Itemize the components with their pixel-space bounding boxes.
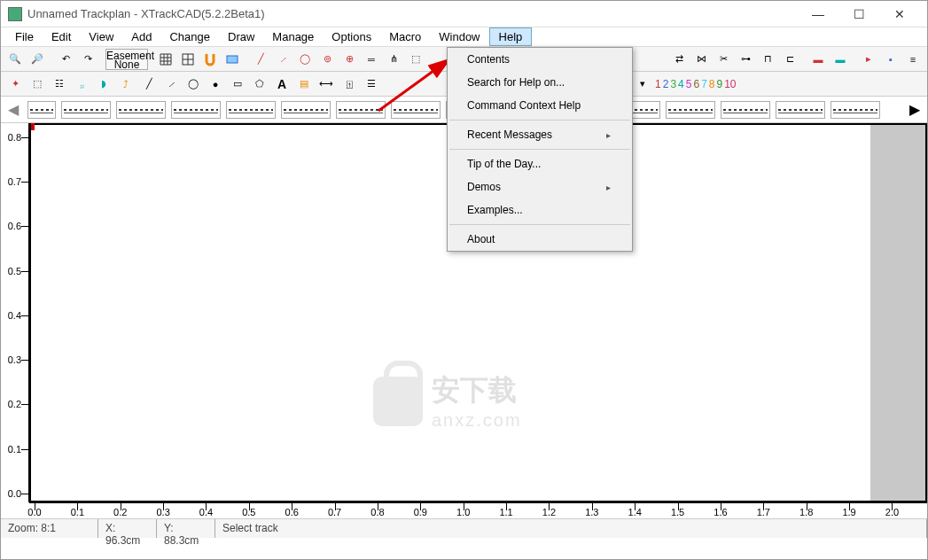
off-canvas-area xyxy=(870,125,925,501)
help-menu-command-context-help[interactable]: Command Context Help xyxy=(448,94,632,117)
draw-polygon-icon[interactable]: ⬠ xyxy=(249,74,270,95)
turntable-icon[interactable]: ⊕ xyxy=(339,49,360,70)
layers-icon[interactable]: ≡ xyxy=(902,49,924,70)
help-menu-tip-of-the-day-[interactable]: Tip of the Day... xyxy=(448,152,632,175)
hotbar-item[interactable] xyxy=(666,101,715,119)
layer-button-5[interactable]: 5 xyxy=(686,78,692,90)
run-trains-icon[interactable]: ▸ xyxy=(858,49,879,70)
hotbar-item[interactable] xyxy=(61,101,111,119)
protractor-icon[interactable]: ◗ xyxy=(93,74,114,95)
help-menu-demos[interactable]: Demos▸ xyxy=(448,175,632,198)
dimension-icon[interactable]: ⟷ xyxy=(316,74,337,95)
join-icon[interactable]: ⋈ xyxy=(690,49,712,70)
menu-macro[interactable]: Macro xyxy=(380,27,430,46)
menu-manage[interactable]: Manage xyxy=(263,27,323,46)
layer-button-9[interactable]: 9 xyxy=(717,78,723,90)
help-menu-examples-[interactable]: Examples... xyxy=(448,198,632,222)
layer-button-8[interactable]: 8 xyxy=(709,78,715,90)
titlebar: Unnamed Trackplan - XTrackCAD(5.2.2Beta1… xyxy=(1,1,927,27)
menu-change[interactable]: Change xyxy=(160,27,219,46)
connect-icon[interactable]: ⊶ xyxy=(735,49,756,70)
status-message: Select track xyxy=(215,519,927,538)
hotbar-item[interactable] xyxy=(776,101,825,119)
hotbar-right-icon[interactable]: ▶ xyxy=(906,101,924,119)
minimize-button[interactable]: ― xyxy=(798,1,838,27)
status-zoom: Zoom: 8:1 xyxy=(1,519,98,538)
snap-grid-icon[interactable] xyxy=(155,49,176,70)
zoom-out-icon[interactable]: 🔎 xyxy=(27,49,48,70)
curved-track-icon[interactable]: ⟋ xyxy=(272,49,293,70)
print-icon[interactable]: ⍐ xyxy=(339,74,360,95)
hotbar-item[interactable] xyxy=(336,101,386,119)
hotbar-item[interactable] xyxy=(831,101,880,119)
bridge-icon[interactable]: ⊏ xyxy=(779,49,800,70)
hotbar-item[interactable] xyxy=(27,101,56,119)
help-menu-about[interactable]: About xyxy=(448,228,632,251)
statusbar: Zoom: 8:1 X: 96.3cm Y: 88.3cm Select tra… xyxy=(1,518,927,538)
layer-button-3[interactable]: 3 xyxy=(670,78,676,90)
menu-add[interactable]: Add xyxy=(122,27,160,46)
zoom-in-icon[interactable]: 🔍 xyxy=(4,49,26,70)
draw-filled-circle-icon[interactable]: ● xyxy=(205,74,226,95)
parts-list-icon[interactable]: ☰ xyxy=(361,74,382,95)
hotbar-left-icon[interactable]: ◀ xyxy=(4,101,22,119)
move-icon[interactable]: ⇄ xyxy=(668,49,690,70)
text-icon[interactable]: A xyxy=(271,74,292,95)
hotbar-item[interactable] xyxy=(721,101,770,119)
menu-file[interactable]: File xyxy=(6,27,43,46)
layer-button-1[interactable]: 1 xyxy=(655,78,661,90)
draw-circle-icon[interactable]: ◯ xyxy=(183,74,204,95)
help-menu-search-for-help-on-[interactable]: Search for Help on... xyxy=(448,71,632,94)
structure-icon[interactable]: ⬚ xyxy=(405,49,426,70)
grid-show-icon[interactable] xyxy=(177,49,199,70)
menu-draw[interactable]: Draw xyxy=(219,27,263,46)
elevation-icon[interactable]: ⤴ xyxy=(115,74,136,95)
easement-button[interactable]: Easement None xyxy=(105,49,148,70)
hotbar-item[interactable] xyxy=(171,101,221,119)
menu-options[interactable]: Options xyxy=(323,27,380,46)
hotbar-item[interactable] xyxy=(391,101,441,119)
block-icon[interactable]: ▬ xyxy=(830,49,851,70)
circle-track-icon[interactable]: ◯ xyxy=(294,49,316,70)
split-icon[interactable]: ✂ xyxy=(713,49,734,70)
note-icon[interactable]: ▤ xyxy=(293,74,315,95)
ruler-icon[interactable]: ⟓ xyxy=(71,74,92,95)
tunnel-icon[interactable]: ⊓ xyxy=(757,49,778,70)
help-menu-contents[interactable]: Contents xyxy=(448,48,632,71)
redo-icon[interactable]: ↷ xyxy=(77,49,98,70)
layer-button-6[interactable]: 6 xyxy=(693,78,699,90)
train-stop-icon[interactable]: ▪ xyxy=(880,49,901,70)
hotbar-item[interactable] xyxy=(281,101,331,119)
select-icon[interactable]: ⬚ xyxy=(27,74,48,95)
draw-line-icon[interactable]: ╱ xyxy=(138,74,160,95)
layer-dropdown-icon[interactable]: ▾ xyxy=(632,74,653,95)
straight-track-icon[interactable]: ╱ xyxy=(250,49,271,70)
help-menu-recent-messages[interactable]: Recent Messages▸ xyxy=(448,123,632,146)
handlaid-turnout-icon[interactable]: ⋔ xyxy=(383,49,404,70)
layer-button-4[interactable]: 4 xyxy=(678,78,684,90)
delete-icon[interactable]: ▬ xyxy=(807,49,829,70)
menu-window[interactable]: Window xyxy=(430,27,488,46)
layer-button-7[interactable]: 7 xyxy=(701,78,707,90)
describe-icon[interactable]: ☷ xyxy=(49,74,70,95)
menu-view[interactable]: View xyxy=(80,27,122,46)
origin-marker xyxy=(31,123,35,130)
map-icon[interactable] xyxy=(222,49,243,70)
hotbar-item[interactable] xyxy=(226,101,276,119)
maximize-button[interactable]: ☐ xyxy=(838,1,879,27)
undo-icon[interactable]: ↶ xyxy=(55,49,76,70)
menu-help[interactable]: Help xyxy=(489,27,533,46)
layer-button-2[interactable]: 2 xyxy=(663,78,669,90)
parallel-track-icon[interactable]: ═ xyxy=(361,49,382,70)
draw-curve-icon[interactable]: ⟋ xyxy=(160,74,182,95)
ruler-horizontal: 0.00.10.20.30.40.50.60.70.80.91.01.11.21… xyxy=(29,502,927,518)
modify-icon[interactable]: ✦ xyxy=(4,74,26,95)
magnet-icon[interactable] xyxy=(199,49,221,70)
draw-box-icon[interactable]: ▭ xyxy=(227,74,248,95)
hotbar-item[interactable] xyxy=(116,101,166,119)
helix-icon[interactable]: ⊚ xyxy=(316,49,338,70)
close-button[interactable]: ✕ xyxy=(879,1,920,27)
layer-button-10[interactable]: 10 xyxy=(724,78,736,90)
window-title: Unnamed Trackplan - XTrackCAD(5.2.2Beta1… xyxy=(27,7,798,20)
menu-edit[interactable]: Edit xyxy=(43,27,80,46)
